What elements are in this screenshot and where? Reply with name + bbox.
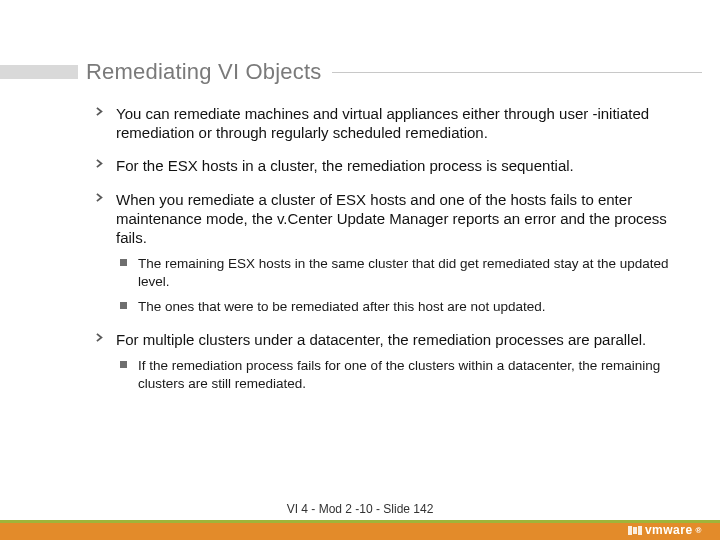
bullet-item: For multiple clusters under a datacenter…	[96, 330, 672, 349]
bullet-item: When you remediate a cluster of ESX host…	[96, 190, 672, 248]
top-margin	[0, 0, 720, 30]
bullet-text: For the ESX hosts in a cluster, the reme…	[116, 156, 672, 175]
content-area: You can remediate machines and virtual a…	[96, 104, 672, 398]
sub-bullet-item: If the remediation process fails for one…	[120, 357, 672, 392]
square-icon	[120, 255, 138, 290]
bullet-text: You can remediate machines and virtual a…	[116, 104, 672, 142]
square-icon	[120, 298, 138, 316]
logo-mark-icon	[628, 526, 642, 535]
sub-bullet-text: If the remediation process fails for one…	[138, 357, 672, 392]
slide: { "title": "Remediating VI Objects", "bu…	[0, 0, 720, 540]
logo-text: vmware	[645, 523, 693, 537]
chevron-icon	[96, 330, 116, 349]
sub-bullet-text: The remaining ESX hosts in the same clus…	[138, 255, 672, 290]
title-accent-bar	[0, 65, 78, 79]
footer-strip: vmware ®	[0, 520, 720, 540]
bullet-text: When you remediate a cluster of ESX host…	[116, 190, 672, 248]
registered-icon: ®	[696, 526, 702, 535]
chevron-icon	[96, 190, 116, 248]
slide-title: Remediating VI Objects	[86, 59, 322, 85]
chevron-icon	[96, 156, 116, 175]
bullet-item: For the ESX hosts in a cluster, the reme…	[96, 156, 672, 175]
sub-bullet-text: The ones that were to be remediated afte…	[138, 298, 672, 316]
vmware-logo: vmware ®	[628, 523, 702, 537]
title-rule	[332, 72, 702, 73]
bullet-text: For multiple clusters under a datacenter…	[116, 330, 672, 349]
footer: VI 4 - Mod 2 -10 - Slide 142 vmware ®	[0, 498, 720, 540]
bullet-item: You can remediate machines and virtual a…	[96, 104, 672, 142]
sub-bullet-item: The ones that were to be remediated afte…	[120, 298, 672, 316]
title-row: Remediating VI Objects	[0, 56, 720, 88]
chevron-icon	[96, 104, 116, 142]
footer-text: VI 4 - Mod 2 -10 - Slide 142	[0, 502, 720, 516]
sub-bullet-item: The remaining ESX hosts in the same clus…	[120, 255, 672, 290]
square-icon	[120, 357, 138, 392]
